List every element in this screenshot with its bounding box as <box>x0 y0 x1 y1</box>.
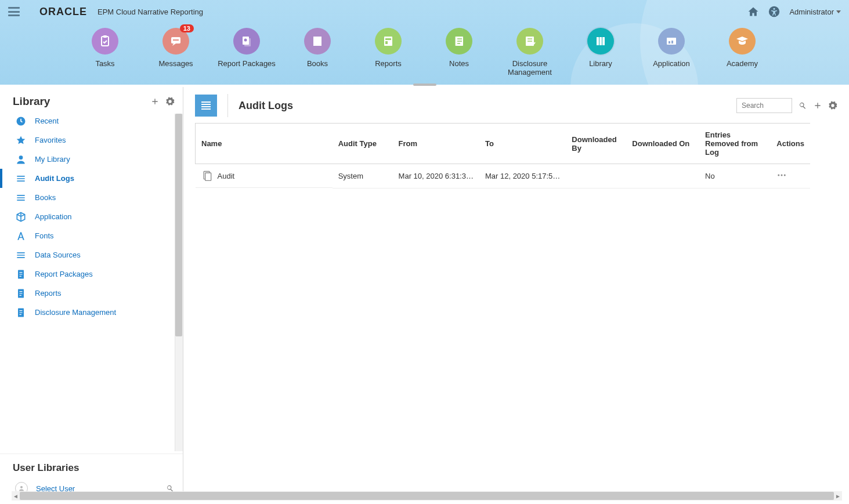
clock-icon <box>15 115 27 127</box>
sidebar-item-my-library[interactable]: My Library <box>0 150 179 169</box>
disclosure-icon <box>516 28 543 55</box>
column-header[interactable]: Name <box>196 124 333 164</box>
sidebar-item-label: Fonts <box>35 231 54 240</box>
sidebar-item-label: Recent <box>35 117 59 125</box>
hamburger-menu-icon[interactable] <box>8 7 20 16</box>
svg-point-2 <box>20 486 23 488</box>
column-header[interactable]: Downloaded On <box>626 124 699 164</box>
search-input[interactable] <box>736 98 792 113</box>
gear-icon[interactable] <box>828 101 837 110</box>
column-header[interactable]: Entries Removed from Log <box>699 124 771 164</box>
column-header[interactable]: Downloaded By <box>566 124 626 164</box>
lines-icon <box>15 192 27 204</box>
sidebar-title: Library <box>13 95 50 108</box>
search-icon[interactable] <box>798 101 807 110</box>
svg-point-1 <box>774 8 775 10</box>
nav-tile-messages[interactable]: 13Messages <box>140 28 211 77</box>
row-name: Audit <box>218 172 235 180</box>
cube-icon <box>15 211 27 223</box>
nav-tile-tasks[interactable]: Tasks <box>70 28 140 77</box>
sidebar-item-application[interactable]: Application <box>0 207 179 226</box>
library-sidebar: Library RecentFavoritesMy LibraryAudit L… <box>0 87 183 501</box>
badge: 13 <box>180 24 194 32</box>
add-icon[interactable] <box>813 101 822 110</box>
nav-tile-label: Messages <box>140 59 211 68</box>
nav-tile-academy[interactable]: Academy <box>707 28 778 77</box>
horizontal-scrollbar[interactable]: ◄► <box>183 491 842 501</box>
home-icon[interactable] <box>747 6 759 17</box>
audit-table: NameAudit TypeFromToDownloaded ByDownloa… <box>195 123 810 188</box>
nav-tile-books[interactable]: Books <box>282 28 353 77</box>
sidebar-item-label: Audit Logs <box>35 174 74 183</box>
nav-tile-label: Application <box>636 59 707 68</box>
chat-icon: 13 <box>162 28 189 55</box>
column-header[interactable]: Actions <box>771 124 810 164</box>
column-header[interactable]: Audit Type <box>333 124 393 164</box>
row-audit-type: System <box>333 164 393 188</box>
nav-tile-label: Academy <box>707 59 778 68</box>
doc-icon <box>15 288 27 299</box>
sidebar-item-report-packages[interactable]: Report Packages <box>0 264 179 284</box>
app-banner: ORACLE EPM Cloud Narrative Reporting Adm… <box>0 0 849 85</box>
nav-tile-report-packages[interactable]: Report Packages <box>211 28 282 77</box>
sidebar-item-recent[interactable]: Recent <box>0 111 179 130</box>
sidebar-item-audit-logs[interactable]: Audit Logs <box>0 169 179 188</box>
nav-tile-reports[interactable]: Reports <box>353 28 424 77</box>
user-libraries-title: User Libraries <box>0 454 183 478</box>
doc-icon <box>15 307 27 318</box>
report-pkg-icon <box>233 28 260 55</box>
doc-icon <box>15 269 27 280</box>
row-entries-removed: No <box>699 164 771 188</box>
nav-tile-label: Library <box>565 59 636 68</box>
academy-icon <box>729 28 756 55</box>
nav-tile-application[interactable]: Application <box>636 28 707 77</box>
nav-tile-label: Disclosure Management <box>494 59 565 77</box>
brand-logo: ORACLE <box>39 6 87 18</box>
sidebar-item-label: My Library <box>35 155 70 164</box>
nav-tile-notes[interactable]: Notes <box>424 28 494 77</box>
clipboard-icon <box>92 28 118 55</box>
sidebar-item-favorites[interactable]: Favorites <box>0 130 179 150</box>
column-header[interactable]: To <box>479 124 566 164</box>
notes-icon <box>446 28 472 55</box>
sidebar-item-label: Data Sources <box>35 251 81 259</box>
row-actions-icon[interactable] <box>776 170 787 180</box>
main-pane: Audit Logs NameAudit TypeFromToDownloade… <box>183 87 849 501</box>
nav-tile-label: Tasks <box>70 59 140 68</box>
star-icon <box>15 135 27 146</box>
report-icon <box>375 28 402 55</box>
caret-down-icon <box>836 10 841 13</box>
lines-icon <box>15 249 27 261</box>
font-icon <box>15 230 27 242</box>
column-header[interactable]: From <box>393 124 479 164</box>
row-to: Mar 12, 2020 5:17:5… <box>479 164 566 188</box>
sidebar-scrollbar[interactable] <box>175 114 183 451</box>
sidebar-item-label: Books <box>35 193 56 202</box>
sidebar-item-data-sources[interactable]: Data Sources <box>0 245 179 264</box>
page-title: Audit Logs <box>239 100 293 112</box>
table-row[interactable]: AuditSystemMar 10, 2020 6:31:3…Mar 12, 2… <box>196 164 811 188</box>
divider <box>227 94 228 117</box>
nav-tiles: Tasks13MessagesReport PackagesBooksRepor… <box>0 23 849 85</box>
library-icon <box>587 28 614 55</box>
nav-tile-label: Notes <box>424 59 494 68</box>
nav-tile-label: Books <box>282 59 353 68</box>
file-icon <box>201 170 213 182</box>
accessibility-icon[interactable] <box>768 6 780 17</box>
sidebar-item-fonts[interactable]: Fonts <box>0 226 179 245</box>
sidebar-item-disclosure-management[interactable]: Disclosure Management <box>0 303 179 322</box>
row-downloaded-on <box>626 164 699 188</box>
sidebar-item-books[interactable]: Books <box>0 188 179 207</box>
book-icon <box>304 28 331 55</box>
row-downloaded-by <box>566 164 626 188</box>
sidebar-item-label: Application <box>35 212 72 221</box>
gear-icon[interactable] <box>165 97 175 106</box>
nav-tile-label: Report Packages <box>211 59 282 68</box>
user-menu[interactable]: Administrator <box>789 8 841 16</box>
sidebar-item-label: Reports <box>35 289 62 298</box>
sidebar-item-reports[interactable]: Reports <box>0 284 179 303</box>
user-name: Administrator <box>789 8 834 16</box>
add-icon[interactable] <box>150 97 160 106</box>
nav-tile-library[interactable]: Library <box>565 28 636 77</box>
nav-tile-disclosure-management[interactable]: Disclosure Management <box>494 28 565 77</box>
